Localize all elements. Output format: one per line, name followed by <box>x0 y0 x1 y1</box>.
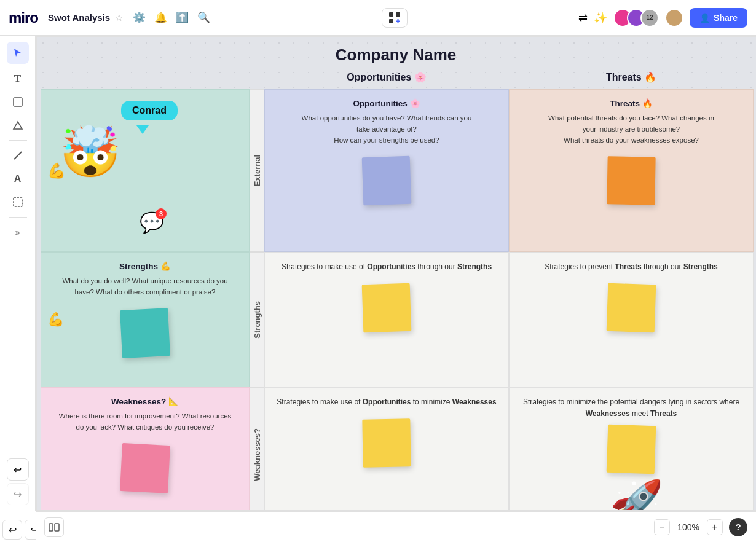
str-cell: 💪 Strengths 💪 What do you do well? What … <box>41 252 250 387</box>
thr-header: Threats 🔥 <box>509 71 754 89</box>
opp-cell-desc: What opportunities do you have? What tre… <box>302 113 472 146</box>
wt-cell-desc: Strategies to minimize the potential dan… <box>519 396 743 419</box>
tool-frame[interactable] <box>7 191 29 213</box>
svg-rect-19 <box>55 524 59 531</box>
header-blank <box>41 71 250 89</box>
svg-rect-18 <box>49 524 53 531</box>
tool-pen[interactable]: A <box>7 168 29 190</box>
chat-container: 💬 3 <box>140 211 164 234</box>
tool-more[interactable]: » <box>7 221 29 243</box>
main-grid: Conrad 🤯 💬 3 💪 <box>41 89 754 511</box>
opp-sticky[interactable] <box>362 156 412 206</box>
tool-text[interactable]: T <box>7 68 29 90</box>
tool-sticky[interactable] <box>7 91 29 113</box>
zoom-out-btn[interactable]: − <box>654 519 670 535</box>
canvas-area: Company Name Opportunities 🌸 Threats 🔥 C… <box>36 36 756 511</box>
str-row-label: Strengths <box>250 252 264 387</box>
nav-search-icon[interactable]: 🔍 <box>197 11 210 24</box>
zoom-area: − 100% + <box>654 519 723 535</box>
apps-button[interactable] <box>382 8 408 28</box>
nav-star-icon[interactable]: ☆ <box>115 12 123 23</box>
svg-line-16 <box>14 152 22 159</box>
so-sticky[interactable] <box>362 283 412 332</box>
nav-center <box>210 8 578 28</box>
weak-sticky[interactable] <box>120 443 170 493</box>
tool-select[interactable] <box>7 42 29 64</box>
opp-cell: Opportunities 🌸 What opportunities do yo… <box>264 89 509 252</box>
st-cell: Strategies to prevent Threats through ou… <box>509 252 754 387</box>
str-cell-title: Strengths 💪 <box>119 261 171 271</box>
avatar-count: 12 <box>640 9 659 27</box>
chat-badge-wrapper: 💬 3 <box>140 211 164 234</box>
avatar-me <box>665 9 683 27</box>
st-cell-desc: Strategies to prevent Threats through ou… <box>545 261 718 273</box>
wt-sticky[interactable] <box>607 425 656 474</box>
st-sticky[interactable] <box>607 283 656 332</box>
str-label-text: Strengths <box>253 301 262 339</box>
nav-magic-icon[interactable]: ✨ <box>594 11 607 25</box>
weak-cell: Weaknesses? 📐 Where is there room for im… <box>41 387 250 511</box>
external-row-label: External <box>250 89 264 252</box>
thr-cell: Threats 🔥 What potential threats do you … <box>509 89 754 252</box>
panels-toggle-button[interactable] <box>44 517 64 537</box>
opp-cell-title: Opportunities 🌸 <box>353 98 420 108</box>
str-sticky[interactable] <box>120 308 170 358</box>
external-label-text: External <box>253 155 262 186</box>
undo-button[interactable]: ↩ <box>2 520 22 540</box>
tool-line[interactable] <box>7 144 29 167</box>
toolbar-divider-1 <box>9 140 27 141</box>
nav-right: ⇌ ✨ 12 👤 Share <box>578 8 747 28</box>
wo-sticky[interactable] <box>362 418 411 467</box>
char-emoji: 🤯 <box>60 124 121 181</box>
nav-tools: ⚙️ 🔔 ⬆️ 🔍 <box>133 11 210 24</box>
weak-cell-title: Weaknesses? 📐 <box>111 396 179 406</box>
thr-cell-desc: What potential threats do you face? What… <box>548 113 714 146</box>
char-area: Conrad 🤯 💬 3 💪 <box>41 89 250 252</box>
svg-rect-12 <box>389 19 393 23</box>
svg-rect-15 <box>14 98 22 106</box>
nav-board-title: Swot Analysis <box>48 12 110 23</box>
nav-bar: miro Swot Analysis ☆ ⚙️ 🔔 ⬆️ 🔍 <box>0 0 756 36</box>
left-toolbar: T A » ↩ ↪ <box>0 36 36 511</box>
header-row: Opportunities 🌸 Threats 🔥 <box>41 71 754 89</box>
opp-header: Opportunities 🌸 <box>264 71 509 89</box>
header-blank2 <box>250 71 264 89</box>
redo-button[interactable]: ↪ <box>7 483 29 505</box>
str-cell-desc: What do you do well? What unique resourc… <box>62 276 227 298</box>
str-muscle: 💪 <box>47 312 64 328</box>
svg-rect-10 <box>389 12 393 17</box>
svg-rect-11 <box>396 12 400 17</box>
thr-cell-title: Threats 🔥 <box>610 98 653 108</box>
nav-bell-icon[interactable]: 🔔 <box>154 11 167 24</box>
toolbar-bottom: ↩ ↪ <box>7 458 29 505</box>
share-button[interactable]: 👤 Share <box>690 8 747 28</box>
nav-filter-icon[interactable]: ⇌ <box>578 11 588 25</box>
zoom-in-btn[interactable]: + <box>707 519 723 535</box>
avatar-group: 12 <box>613 9 659 27</box>
wt-cell: Strategies to minimize the potential dan… <box>509 387 754 511</box>
undo-button[interactable]: ↩ <box>7 458 29 481</box>
toolbar-divider-2 <box>9 217 27 218</box>
wo-cell: Strategies to make use of Opportunities … <box>264 387 509 511</box>
zoom-level-display: 100% <box>676 522 701 532</box>
swot-layout: Opportunities 🌸 Threats 🔥 Conrad 🤯 <box>41 71 754 509</box>
nav-settings-icon[interactable]: ⚙️ <box>133 11 146 24</box>
nav-share-upload-icon[interactable]: ⬆️ <box>176 11 189 24</box>
speech-bubble-final: Conrad <box>121 101 178 120</box>
wo-cell-desc: Strategies to make use of Opportunities … <box>277 396 496 408</box>
weak-row-label: Weaknesses? <box>250 387 264 511</box>
tool-shapes[interactable] <box>7 114 29 136</box>
share-label: Share <box>714 13 738 23</box>
badge-count: 3 <box>156 208 167 219</box>
bubble-arrow <box>136 125 149 134</box>
help-button[interactable]: ? <box>729 518 747 536</box>
weak-label-text: Weaknesses? <box>253 428 262 481</box>
so-cell: Strategies to make use of Opportunities … <box>264 252 509 387</box>
miro-logo: miro <box>9 9 38 26</box>
main-board-title: Company Name <box>36 36 756 71</box>
rocket-emoji: 🚀 <box>610 477 663 511</box>
svg-rect-17 <box>14 198 22 206</box>
thr-sticky[interactable] <box>607 157 655 205</box>
bottom-bar: − 100% + ? <box>36 511 756 542</box>
share-person-icon: 👤 <box>699 13 710 23</box>
